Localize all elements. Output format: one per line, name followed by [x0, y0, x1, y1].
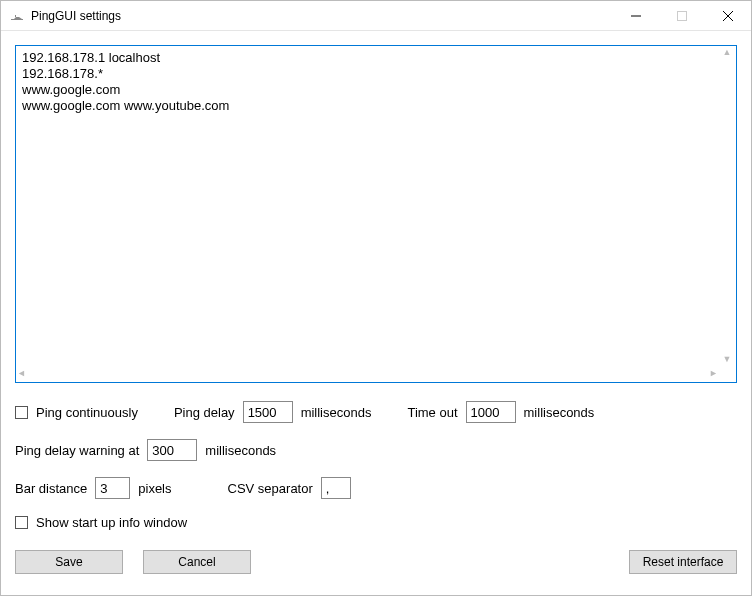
warning-unit: milliseconds	[205, 443, 276, 458]
show-startup-checkbox[interactable]	[15, 516, 28, 529]
vertical-scrollbar[interactable]: ▲ ▼	[719, 47, 735, 364]
cancel-button[interactable]: Cancel	[143, 550, 251, 574]
window-title: PingGUI settings	[31, 9, 613, 23]
row-ping-options: Ping continuously Ping delay millisecond…	[15, 401, 737, 423]
hosts-textarea-content: 192.168.178.1 localhost 192.168.178.* ww…	[18, 48, 718, 116]
maximize-button[interactable]	[659, 1, 705, 30]
content-area: 192.168.178.1 localhost 192.168.178.* ww…	[1, 31, 751, 595]
scroll-up-icon: ▲	[723, 47, 732, 57]
save-button[interactable]: Save	[15, 550, 123, 574]
timeout-label: Time out	[407, 405, 457, 420]
row-warning: Ping delay warning at milliseconds	[15, 439, 737, 461]
window: PingGUI settings 192.168.178.1 localhost…	[0, 0, 752, 596]
ping-delay-label: Ping delay	[174, 405, 235, 420]
close-button[interactable]	[705, 1, 751, 30]
horizontal-scrollbar[interactable]: ◄ ►	[17, 365, 718, 381]
hosts-textarea[interactable]: 192.168.178.1 localhost 192.168.178.* ww…	[15, 45, 737, 383]
scroll-left-icon: ◄	[17, 368, 26, 378]
show-startup-label: Show start up info window	[36, 515, 187, 530]
timeout-input[interactable]	[466, 401, 516, 423]
reset-interface-button[interactable]: Reset interface	[629, 550, 737, 574]
ping-continuously-label: Ping continuously	[36, 405, 138, 420]
minimize-button[interactable]	[613, 1, 659, 30]
bar-distance-unit: pixels	[138, 481, 171, 496]
ping-delay-input[interactable]	[243, 401, 293, 423]
window-controls	[613, 1, 751, 30]
warning-input[interactable]	[147, 439, 197, 461]
timeout-unit: milliseconds	[524, 405, 595, 420]
scroll-down-icon: ▼	[723, 354, 732, 364]
ping-continuously-checkbox[interactable]	[15, 406, 28, 419]
button-row: Save Cancel Reset interface	[15, 550, 737, 574]
svg-rect-0	[15, 15, 16, 17]
row-bar-csv: Bar distance pixels CSV separator	[15, 477, 737, 499]
form-rows: Ping continuously Ping delay millisecond…	[15, 401, 737, 530]
csv-separator-input[interactable]	[321, 477, 351, 499]
app-icon	[9, 8, 25, 24]
warning-label: Ping delay warning at	[15, 443, 139, 458]
scroll-right-icon: ►	[709, 368, 718, 378]
row-startup: Show start up info window	[15, 515, 737, 530]
svg-rect-2	[678, 11, 687, 20]
titlebar: PingGUI settings	[1, 1, 751, 31]
bar-distance-input[interactable]	[95, 477, 130, 499]
bar-distance-label: Bar distance	[15, 481, 87, 496]
ping-delay-unit: milliseconds	[301, 405, 372, 420]
csv-separator-label: CSV separator	[228, 481, 313, 496]
